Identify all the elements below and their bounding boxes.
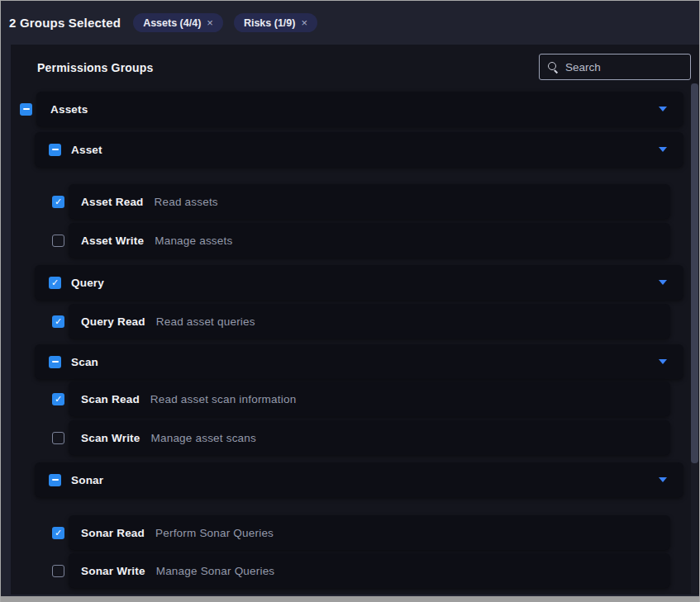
permission-label: Query Read xyxy=(81,315,145,328)
chip-assets[interactable]: Assets (4/4) × xyxy=(133,13,223,32)
permission-row-sonar-write: Sonar Write Manage Sonar Queries xyxy=(11,553,699,588)
permission-card[interactable]: Query Read Read asset queries xyxy=(69,304,670,339)
permission-description: Read assets xyxy=(155,196,218,208)
permissions-dialog: 2 Groups Selected Assets (4/4) × Risks (… xyxy=(0,0,700,602)
scan-group-checkbox[interactable] xyxy=(49,356,61,368)
permission-row-scan-read: Scan Read Read asset scan information xyxy=(11,382,699,416)
permission-card[interactable]: Scan Read Read asset scan information xyxy=(69,382,670,416)
group-card-asset[interactable]: Asset xyxy=(35,132,683,167)
sonar-read-checkbox[interactable] xyxy=(52,527,64,539)
sonar-group-checkbox[interactable] xyxy=(49,474,61,486)
permission-card[interactable]: Scan Write Manage asset scans xyxy=(69,420,670,455)
group-card-scan[interactable]: Scan xyxy=(35,344,683,379)
permission-description: Manage asset scans xyxy=(151,432,256,444)
permission-label: Asset Write xyxy=(81,235,144,247)
selection-header: 2 Groups Selected Assets (4/4) × Risks (… xyxy=(1,1,699,36)
group-card-query[interactable]: Query xyxy=(35,265,683,300)
permission-description: Perform Sonar Queries xyxy=(155,527,274,539)
scan-read-checkbox[interactable] xyxy=(52,393,64,405)
group-row-scan: Scan xyxy=(11,344,699,379)
permissions-groups-panel: Permissions Groups Assets Asset xyxy=(11,45,699,595)
selected-groups-summary: 2 Groups Selected xyxy=(9,16,121,30)
assets-group-checkbox[interactable] xyxy=(20,103,32,116)
chevron-down-icon[interactable] xyxy=(659,147,667,152)
group-card-sonar[interactable]: Sonar xyxy=(35,462,683,497)
query-group-checkbox[interactable] xyxy=(49,277,61,289)
group-row-assets: Assets xyxy=(11,92,699,126)
chevron-down-icon[interactable] xyxy=(659,107,667,111)
permission-description: Manage assets xyxy=(155,235,232,247)
group-label: Sonar xyxy=(71,474,103,486)
group-label: Query xyxy=(71,277,104,289)
chevron-down-icon[interactable] xyxy=(659,477,667,482)
group-label: Scan xyxy=(71,356,98,368)
permission-card[interactable]: Sonar Read Perform Sonar Queries xyxy=(69,515,670,550)
panel-title: Permissions Groups xyxy=(37,61,154,74)
permission-label: Scan Write xyxy=(81,432,140,444)
permission-row-scan-write: Scan Write Manage asset scans xyxy=(11,420,699,455)
permissions-tree: Assets Asset Asset Read Read assets xyxy=(11,92,699,588)
asset-write-checkbox[interactable] xyxy=(52,235,64,247)
group-label: Asset xyxy=(71,144,102,156)
panel-header: Permissions Groups xyxy=(11,45,699,92)
permission-description: Read asset queries xyxy=(156,315,255,328)
scan-write-checkbox[interactable] xyxy=(52,432,64,444)
scrollbar-thumb[interactable] xyxy=(691,83,698,463)
permission-row-sonar-read: Sonar Read Perform Sonar Queries xyxy=(11,515,699,550)
permission-card[interactable]: Asset Write Manage assets xyxy=(69,223,670,258)
group-label: Assets xyxy=(50,103,88,116)
permission-card[interactable]: Sonar Write Manage Sonar Queries xyxy=(69,553,670,588)
query-read-checkbox[interactable] xyxy=(52,315,64,328)
group-card-assets[interactable]: Assets xyxy=(36,92,683,126)
permission-description: Read asset scan information xyxy=(150,393,297,405)
selected-group-chips: Assets (4/4) × Risks (1/9) × xyxy=(133,13,317,32)
chevron-down-icon[interactable] xyxy=(659,359,667,364)
group-row-sonar: Sonar xyxy=(11,462,699,497)
chip-label: Risks (1/9) xyxy=(244,17,296,29)
permission-row-asset-write: Asset Write Manage assets xyxy=(11,223,699,258)
chip-label: Assets (4/4) xyxy=(143,17,201,29)
search-box[interactable] xyxy=(539,54,691,80)
chip-risks[interactable]: Risks (1/9) × xyxy=(234,13,317,32)
window-bottom-edge xyxy=(1,596,699,602)
asset-group-checkbox[interactable] xyxy=(49,144,61,156)
group-row-asset: Asset xyxy=(11,132,699,167)
search-input[interactable] xyxy=(565,61,683,73)
chevron-down-icon[interactable] xyxy=(659,280,667,285)
close-icon[interactable]: × xyxy=(301,17,307,29)
permission-label: Sonar Write xyxy=(81,565,145,577)
group-row-query: Query xyxy=(11,265,699,300)
permission-label: Scan Read xyxy=(81,393,140,405)
close-icon[interactable]: × xyxy=(207,17,213,29)
permission-label: Asset Read xyxy=(81,196,144,208)
permission-description: Manage Sonar Queries xyxy=(156,565,275,577)
permission-row-query-read: Query Read Read asset queries xyxy=(11,304,699,339)
sonar-write-checkbox[interactable] xyxy=(52,565,64,577)
asset-read-checkbox[interactable] xyxy=(52,196,64,208)
permission-card[interactable]: Asset Read Read assets xyxy=(69,184,670,219)
permission-row-asset-read: Asset Read Read assets xyxy=(11,184,699,219)
permission-label: Sonar Read xyxy=(81,527,145,539)
search-icon xyxy=(547,61,559,73)
